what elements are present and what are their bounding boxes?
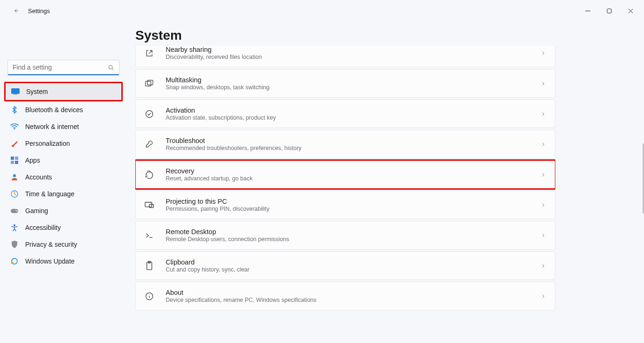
card-title: Multitasking: [166, 76, 531, 84]
globe-clock-icon: [10, 190, 19, 198]
nav-item-apps[interactable]: Apps: [5, 152, 122, 169]
search-input[interactable]: [7, 60, 119, 75]
card-text: About Device specifications, rename PC, …: [166, 289, 531, 303]
nav-label: Windows Update: [25, 257, 75, 265]
svg-point-9: [13, 174, 16, 177]
svg-point-12: [16, 210, 17, 211]
card-title: Activation: [166, 107, 531, 114]
back-button[interactable]: [7, 2, 24, 19]
card-multitasking[interactable]: Multitasking Snap windows, desktops, tas…: [135, 69, 555, 98]
sidebar: System Bluetooth & devices Network & int…: [0, 21, 127, 343]
maximize-button[interactable]: [598, 3, 620, 18]
svg-point-4: [14, 129, 15, 129]
recovery-icon: [144, 170, 154, 180]
card-subtitle: Device specifications, rename PC, Window…: [166, 297, 531, 303]
check-circle-icon: [144, 109, 154, 119]
nav-label: Bluetooth & devices: [25, 106, 83, 114]
nav-item-bluetooth[interactable]: Bluetooth & devices: [5, 101, 122, 118]
card-about[interactable]: About Device specifications, rename PC, …: [135, 282, 555, 310]
card-subtitle: Activation state, subscriptions, product…: [166, 114, 531, 121]
card-text: Recovery Reset, advanced startup, go bac…: [166, 167, 531, 182]
info-icon: [144, 291, 154, 301]
card-title: Projecting to this PC: [166, 198, 531, 205]
card-text: Activation Activation state, subscriptio…: [166, 107, 531, 121]
brush-icon: [10, 139, 19, 148]
card-subtitle: Discoverability, received files location: [166, 54, 531, 60]
card-nearby-sharing[interactable]: Nearby sharing Discoverability, received…: [135, 46, 555, 67]
chevron-right-icon: [540, 50, 546, 57]
nav-label: Privacy & security: [25, 241, 77, 248]
card-title: Remote Desktop: [166, 228, 531, 236]
minimize-icon: [585, 8, 590, 14]
wifi-icon: [10, 122, 19, 131]
nav-item-network[interactable]: Network & internet: [5, 118, 122, 135]
nav-item-system[interactable]: System: [6, 83, 121, 100]
svg-point-14: [14, 224, 15, 226]
card-title: Nearby sharing: [166, 46, 531, 53]
clipboard-icon: [144, 261, 154, 271]
close-button[interactable]: [620, 3, 641, 18]
apps-icon: [10, 156, 19, 164]
gamepad-icon: [10, 207, 19, 215]
card-clipboard[interactable]: Clipboard Cut and copy history, sync, cl…: [135, 251, 555, 280]
svg-rect-15: [146, 81, 151, 86]
svg-rect-2: [12, 89, 20, 94]
person-icon: [10, 173, 19, 181]
card-title: Troubleshoot: [166, 137, 531, 144]
chevron-right-icon: [540, 80, 546, 87]
accessibility-icon: [10, 223, 19, 232]
card-subtitle: Cut and copy history, sync, clear: [166, 266, 531, 273]
wrench-icon: [144, 139, 154, 150]
card-text: Multitasking Snap windows, desktops, tas…: [166, 76, 531, 91]
nav-label: Apps: [25, 157, 40, 164]
nav-item-gaming[interactable]: Gaming: [5, 202, 122, 219]
svg-rect-3: [14, 94, 17, 95]
svg-rect-0: [607, 9, 611, 13]
page-title: System: [135, 21, 644, 46]
nav-item-personalization[interactable]: Personalization: [5, 135, 122, 152]
shield-icon: [10, 240, 19, 249]
minimize-button[interactable]: [577, 3, 598, 18]
nav-item-privacy[interactable]: Privacy & security: [5, 236, 122, 253]
svg-rect-5: [11, 157, 14, 160]
nav-item-windows-update[interactable]: Windows Update: [5, 253, 122, 270]
card-subtitle: Permissions, pairing PIN, discoverabilit…: [166, 206, 531, 212]
card-projecting[interactable]: Projecting to this PC Permissions, pairi…: [135, 191, 555, 219]
svg-point-1: [109, 65, 112, 69]
nav-item-accessibility[interactable]: Accessibility: [5, 219, 122, 236]
chevron-right-icon: [540, 232, 546, 239]
nav-label: Time & language: [25, 190, 74, 198]
project-icon: [144, 200, 154, 210]
chevron-right-icon: [540, 202, 546, 208]
svg-rect-16: [147, 80, 153, 85]
card-title: Clipboard: [166, 258, 531, 266]
card-troubleshoot[interactable]: Troubleshoot Recommended troubleshooters…: [135, 130, 555, 158]
card-activation[interactable]: Activation Activation state, subscriptio…: [135, 100, 555, 128]
card-remote-desktop[interactable]: Remote Desktop Remote Desktop users, con…: [135, 221, 555, 250]
nav-label: System: [26, 88, 48, 95]
card-subtitle: Recommended troubleshooters, preferences…: [166, 145, 531, 151]
svg-point-13: [17, 211, 18, 212]
nav-item-time-language[interactable]: Time & language: [5, 186, 122, 202]
content: System Storage Storage space, drives, co…: [127, 21, 644, 343]
card-text: Remote Desktop Remote Desktop users, con…: [166, 228, 531, 243]
card-recovery[interactable]: Recovery Reset, advanced startup, go bac…: [135, 160, 555, 189]
share-icon: [144, 48, 154, 58]
system-icon: [11, 87, 20, 96]
window-controls: [577, 3, 641, 18]
svg-rect-19: [149, 204, 154, 207]
card-title: Recovery: [166, 167, 531, 175]
highlight-nav-system: System: [4, 82, 123, 101]
card-subtitle: Snap windows, desktops, task switching: [166, 84, 531, 91]
remote-icon: [144, 230, 154, 241]
nav-item-accounts[interactable]: Accounts: [5, 169, 122, 186]
chevron-right-icon: [540, 141, 546, 148]
scroll-area[interactable]: Storage Storage space, drives, configura…: [135, 46, 555, 341]
card-text: Clipboard Cut and copy history, sync, cl…: [166, 258, 531, 273]
svg-point-17: [146, 110, 153, 117]
chevron-right-icon: [540, 263, 546, 269]
card-text: Nearby sharing Discoverability, received…: [166, 46, 531, 60]
titlebar-left: Settings: [4, 2, 50, 19]
chevron-right-icon: [540, 111, 546, 117]
chevron-right-icon: [540, 172, 546, 178]
